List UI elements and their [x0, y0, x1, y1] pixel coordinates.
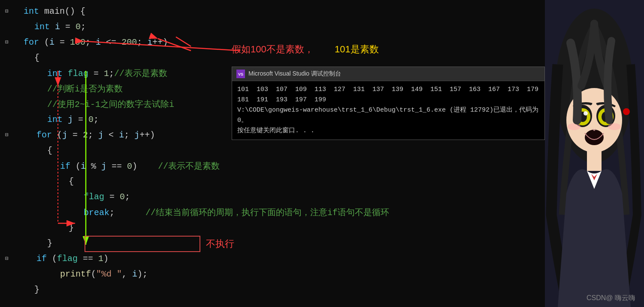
collapse-btn-17[interactable]: ⊟	[5, 255, 9, 262]
code-line-11: if (i % j == 0) //表示不是素数	[0, 158, 545, 173]
console-body: 101 103 107 109 113 127 131 137 139 149 …	[232, 81, 544, 140]
csdn-watermark: CSDN@ 嗨云嗨	[587, 294, 635, 303]
code-line-19: }	[0, 282, 545, 297]
code-line-18: printf("%d ", i);	[0, 266, 545, 282]
code-line-4: {	[0, 50, 545, 65]
console-output-line1: 101 103 107 109 113 127 131 137 139 149 …	[237, 85, 539, 105]
anime-background	[545, 0, 644, 307]
code-line-2: int i = 0;	[0, 19, 545, 34]
console-titlebar: VS Microsoft Visual Studio 调试控制台	[232, 67, 544, 81]
code-panel: ⊟ int main() { int i = 0; ⊟ for (i = 100…	[0, 0, 545, 307]
svg-point-26	[568, 123, 581, 130]
console-output-line2: V:\CODE\gongweis-warehouse\trst_1_6\Debu…	[237, 105, 539, 126]
svg-point-29	[623, 108, 630, 115]
code-line-17: ⊟ if (flag == 1)	[0, 251, 545, 266]
code-line-1: ⊟ int main() {	[0, 3, 545, 19]
svg-point-20	[584, 111, 588, 116]
collapse-btn-3[interactable]: ⊟	[5, 39, 9, 46]
right-panel: CSDN@ 嗨云嗨	[545, 0, 644, 307]
code-line-3: ⊟ for (i = 100; i <= 200; i++)	[0, 34, 545, 50]
console-title: Microsoft Visual Studio 调试控制台	[248, 70, 341, 78]
collapse-btn-1[interactable]: ⊟	[5, 8, 9, 15]
code-line-13: flag = 0;	[0, 189, 545, 204]
console-popup[interactable]: VS Microsoft Visual Studio 调试控制台 101 103…	[232, 67, 545, 140]
svg-rect-28	[587, 149, 602, 171]
code-line-16: }	[0, 235, 545, 251]
svg-point-25	[585, 130, 604, 145]
code-line-20	[0, 297, 545, 307]
code-line-15: }	[0, 220, 545, 235]
svg-point-27	[608, 123, 621, 130]
console-output-line3: 按任意键关闭此窗口. . .	[237, 126, 539, 136]
code-line-12: {	[0, 173, 545, 189]
anime-character-svg	[545, 0, 644, 307]
code-line-14: break; //结束当前循环的周期，执行下面的语句，注意if语句不是循环	[0, 204, 545, 220]
svg-text:VS: VS	[238, 72, 243, 76]
main-container: ⊟ int main() { int i = 0; ⊟ for (i = 100…	[0, 0, 644, 307]
code-line-10: {	[0, 143, 545, 158]
code-content: ⊟ int main() { int i = 0; ⊟ for (i = 100…	[0, 0, 545, 307]
vs-icon: VS	[236, 70, 245, 78]
collapse-btn-9[interactable]: ⊟	[5, 131, 9, 138]
